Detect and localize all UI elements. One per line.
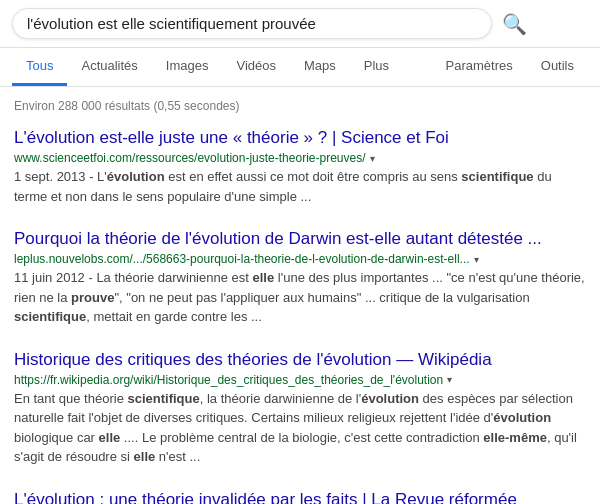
nav-right: Paramètres Outils	[432, 48, 588, 86]
search-icon: 🔍	[502, 12, 527, 36]
result-url-row: leplus.nouvelobs.com/.../568663-pourquoi…	[14, 252, 586, 266]
results-area: Environ 288 000 résultats (0,55 secondes…	[0, 87, 600, 504]
result-link[interactable]: L'évolution est-elle juste une « théorie…	[14, 128, 449, 147]
result-snippet: 1 sept. 2013 - L'évolution est en effet …	[14, 167, 586, 206]
tab-tous[interactable]: Tous	[12, 48, 67, 86]
result-title: Pourquoi la théorie de l'évolution de Da…	[14, 228, 586, 250]
tab-parametres[interactable]: Paramètres	[432, 48, 527, 86]
result-link[interactable]: Historique des critiques des théories de…	[14, 350, 492, 369]
result-link[interactable]: L'évolution : une théorie invalidée par …	[14, 490, 517, 504]
search-bar: 🔍	[0, 0, 600, 48]
tab-outils[interactable]: Outils	[527, 48, 588, 86]
tab-actualites[interactable]: Actualités	[67, 48, 151, 86]
tab-maps[interactable]: Maps	[290, 48, 350, 86]
result-item: L'évolution : une théorie invalidée par …	[14, 489, 586, 504]
results-stats: Environ 288 000 résultats (0,55 secondes…	[14, 99, 586, 113]
result-title: Historique des critiques des théories de…	[14, 349, 586, 371]
search-input-wrapper	[12, 8, 492, 39]
result-item: Historique des critiques des théories de…	[14, 349, 586, 467]
result-link[interactable]: Pourquoi la théorie de l'évolution de Da…	[14, 229, 542, 248]
result-dropdown-icon[interactable]: ▾	[474, 254, 479, 265]
result-title: L'évolution : une théorie invalidée par …	[14, 489, 586, 504]
tab-videos[interactable]: Vidéos	[222, 48, 290, 86]
result-snippet: En tant que théorie scientifique, la thé…	[14, 389, 586, 467]
result-item: L'évolution est-elle juste une « théorie…	[14, 127, 586, 206]
result-dropdown-icon[interactable]: ▾	[370, 153, 375, 164]
result-url-row: www.scienceetfoi.com/ressources/evolutio…	[14, 151, 586, 165]
result-snippet: 11 juin 2012 - La théorie darwinienne es…	[14, 268, 586, 327]
search-button[interactable]: 🔍	[502, 12, 527, 36]
result-item: Pourquoi la théorie de l'évolution de Da…	[14, 228, 586, 327]
result-dropdown-icon[interactable]: ▾	[447, 374, 452, 385]
result-url: https://fr.wikipedia.org/wiki/Historique…	[14, 373, 443, 387]
search-input[interactable]	[27, 15, 477, 32]
result-url-row: https://fr.wikipedia.org/wiki/Historique…	[14, 373, 586, 387]
result-url: leplus.nouvelobs.com/.../568663-pourquoi…	[14, 252, 470, 266]
tab-images[interactable]: Images	[152, 48, 223, 86]
result-url: www.scienceetfoi.com/ressources/evolutio…	[14, 151, 366, 165]
result-title: L'évolution est-elle juste une « théorie…	[14, 127, 586, 149]
tab-plus[interactable]: Plus	[350, 48, 403, 86]
nav-tabs: Tous Actualités Images Vidéos Maps Plus …	[0, 48, 600, 87]
